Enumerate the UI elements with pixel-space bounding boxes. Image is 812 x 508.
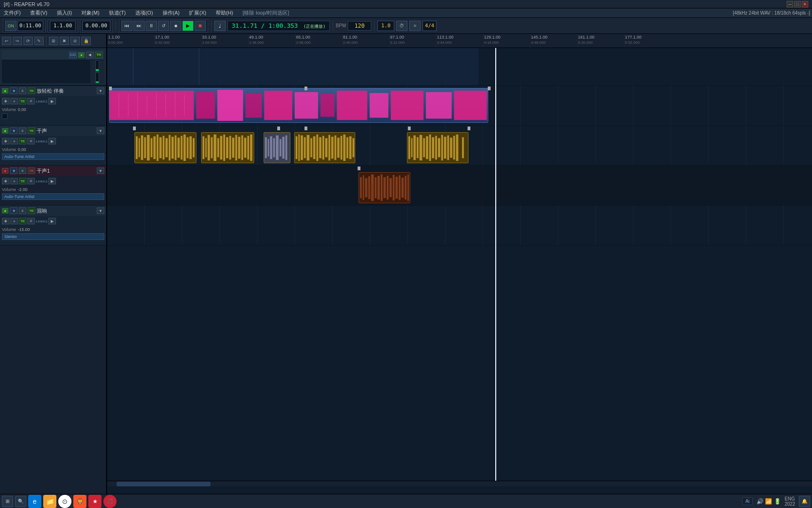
- mute-all-button[interactable]: ⊘: [70, 37, 80, 45]
- track-1-fader[interactable]: [2, 113, 8, 119]
- track-3-io[interactable]: ◈: [10, 167, 17, 174]
- delete-track-button[interactable]: ✖: [60, 37, 69, 45]
- reaper-icon[interactable]: 🎵: [103, 495, 117, 508]
- track-1-solo[interactable]: ≡: [19, 87, 26, 94]
- menu-insert[interactable]: 插入(I): [55, 8, 74, 17]
- track-4-mute[interactable]: TR: [28, 207, 35, 214]
- track-1-tr[interactable]: TR: [19, 98, 26, 104]
- chrome-icon[interactable]: ⊙: [58, 495, 71, 508]
- track-2-fx[interactable]: ≡: [10, 138, 18, 144]
- track-3-armed[interactable]: ●: [2, 168, 8, 174]
- track-2-tr[interactable]: TR: [19, 138, 26, 144]
- goto-end-button[interactable]: ⏭: [133, 21, 145, 31]
- menu-file[interactable]: 文件(F): [2, 8, 23, 17]
- empty-arrange[interactable]: [107, 246, 812, 481]
- master-fx1[interactable]: ◀: [86, 52, 94, 58]
- search-button[interactable]: 🔍: [15, 496, 26, 507]
- track-4-collapse[interactable]: ▼: [97, 207, 104, 214]
- arrange-view[interactable]: 1.1.00 0:00.000 17.1.00 0:32.000 33.1.00…: [107, 34, 812, 494]
- clip-yellow-5[interactable]: [407, 132, 468, 163]
- track-3-collapse[interactable]: ▼: [97, 167, 104, 174]
- track-2-solo[interactable]: ≡: [19, 127, 26, 134]
- track-2-collapse[interactable]: ▼: [97, 127, 104, 134]
- clock-button[interactable]: ⏱: [396, 21, 407, 31]
- close-button[interactable]: ✕: [802, 1, 808, 8]
- menu-loop[interactable]: [移除 loop/时间选区]: [241, 8, 291, 17]
- master-fx2[interactable]: TR: [95, 52, 102, 58]
- play-button[interactable]: ▶: [182, 21, 194, 31]
- minimize-button[interactable]: ─: [787, 1, 793, 8]
- lane-1[interactable]: [107, 86, 812, 126]
- track-3-fx[interactable]: ≡: [10, 178, 18, 184]
- track-2-io[interactable]: ◈: [10, 127, 17, 134]
- folder-icon[interactable]: 📁: [43, 495, 56, 508]
- track-1-armed[interactable]: ●: [2, 88, 8, 94]
- track-1-rec[interactable]: ◉: [2, 98, 9, 104]
- track-3-rec[interactable]: ◉: [2, 178, 9, 184]
- loop-button[interactable]: ↺: [158, 21, 169, 31]
- track-4-solo[interactable]: ≡: [19, 207, 26, 214]
- track-4-plugin[interactable]: Stereo: [2, 233, 104, 240]
- bpm-display[interactable]: 120: [348, 21, 371, 31]
- time-sig-display[interactable]: 4/4: [422, 21, 437, 31]
- track-1-io[interactable]: ◈: [10, 87, 17, 94]
- menu-view[interactable]: 查看(V): [28, 8, 49, 17]
- horizontal-scrollbar[interactable]: [107, 481, 812, 486]
- track-1-arrow[interactable]: ▶: [48, 98, 56, 104]
- master-co-btn[interactable]: CO: [69, 52, 77, 58]
- clip-yellow-3[interactable]: [264, 132, 290, 163]
- maximize-button[interactable]: □: [794, 1, 801, 8]
- rate-display[interactable]: 1.0: [377, 21, 394, 31]
- refresh-button[interactable]: ⟳: [23, 37, 33, 45]
- record-button[interactable]: ⏺: [195, 21, 206, 31]
- clip-yellow-4[interactable]: [294, 132, 355, 163]
- time-field-1[interactable]: 0:11.00: [17, 21, 43, 31]
- brave-icon[interactable]: 🦁: [73, 495, 86, 508]
- scroll-thumb[interactable]: [117, 482, 211, 486]
- track-3-solo[interactable]: ≡: [19, 167, 26, 174]
- notification-button[interactable]: 🔔: [799, 496, 810, 507]
- track-3-env[interactable]: ⊘: [27, 178, 35, 184]
- track-2-rec[interactable]: ◉: [2, 138, 9, 144]
- menu-extensions[interactable]: 扩展(X): [187, 8, 208, 17]
- track-2-arrow[interactable]: ▶: [48, 138, 56, 144]
- track-2-plugin[interactable]: Auto-Tune Artist: [2, 153, 104, 160]
- lastpass-icon[interactable]: ★: [88, 495, 102, 508]
- clip-yellow-1[interactable]: [134, 132, 196, 163]
- menu-help[interactable]: 帮助(H): [214, 8, 235, 17]
- clip-brown-1[interactable]: [359, 172, 410, 203]
- track-1-env[interactable]: ⊘: [27, 98, 35, 104]
- clip-yellow-2[interactable]: [201, 132, 254, 163]
- bar-field[interactable]: 1.1.00: [50, 21, 76, 31]
- track-4-rec[interactable]: ◉: [2, 218, 9, 224]
- menu-options[interactable]: 选项(O): [133, 8, 155, 17]
- menu-track[interactable]: 轨道(T): [107, 8, 128, 17]
- snap-button[interactable]: ON: [5, 21, 16, 31]
- edge-icon[interactable]: e: [28, 495, 41, 508]
- track-2-mute[interactable]: TR: [28, 127, 35, 134]
- track-4-io[interactable]: ◈: [10, 207, 17, 214]
- track-1-mute[interactable]: TR: [28, 87, 35, 94]
- stop-button[interactable]: ■: [170, 21, 181, 31]
- add-track-button[interactable]: ⊞: [49, 37, 58, 45]
- undo-button[interactable]: ↩: [2, 37, 11, 45]
- lock-button[interactable]: 🔒: [81, 37, 91, 45]
- track-3-arrow[interactable]: ▶: [48, 178, 56, 184]
- lane-2[interactable]: [107, 126, 812, 166]
- track-4-tr[interactable]: TR: [19, 218, 26, 224]
- track-3-plugin[interactable]: Auto-Tune Artist: [2, 193, 104, 200]
- track-1-fx[interactable]: ≡: [10, 98, 18, 104]
- menu-actions[interactable]: 操作(A): [161, 8, 182, 17]
- time-field-2[interactable]: 0.00.00: [82, 21, 110, 31]
- track-3-tr[interactable]: TR: [19, 178, 26, 184]
- ai-badge[interactable]: Ai: [742, 497, 753, 505]
- master-armed-btn[interactable]: ●: [78, 52, 85, 58]
- clip-main[interactable]: [109, 88, 488, 123]
- track-4-arrow[interactable]: ▶: [48, 218, 56, 224]
- track-3-mute[interactable]: TR: [28, 167, 35, 174]
- menu-object[interactable]: 对象(M): [79, 8, 102, 17]
- track-2-env[interactable]: ⊘: [27, 138, 35, 144]
- pause-button[interactable]: ⏸: [146, 21, 157, 31]
- goto-start-button[interactable]: ⏮: [121, 21, 133, 31]
- track-2-armed[interactable]: ●: [2, 128, 8, 134]
